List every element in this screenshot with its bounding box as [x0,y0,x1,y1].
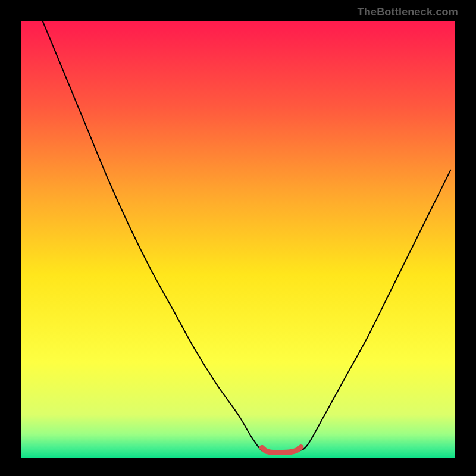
chart-background-gradient [21,21,455,458]
chart-stage: TheBottleneck.com [0,0,476,476]
chart-plot-area [21,21,455,458]
chart-svg [21,21,455,458]
watermark-text: TheBottleneck.com [358,6,458,18]
